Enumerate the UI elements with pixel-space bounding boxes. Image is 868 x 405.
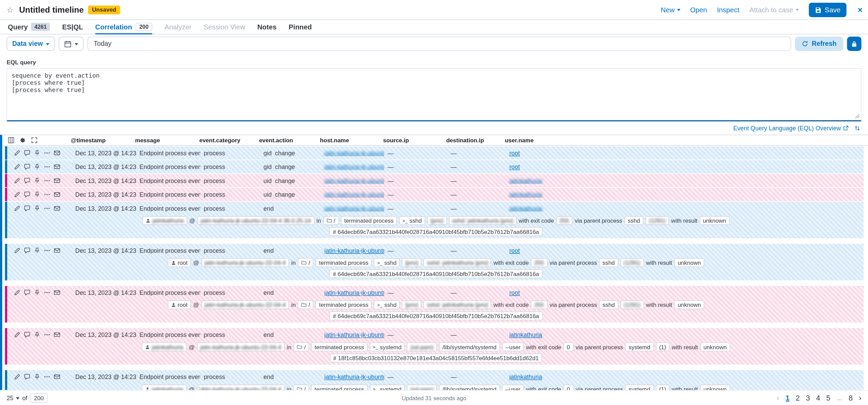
summary-badge[interactable]: jatin-kathuria-jk-ubuntu-22-04-4	[197, 342, 285, 351]
edit-event-icon[interactable]	[13, 149, 21, 157]
summary-badge[interactable]: sshd	[599, 300, 618, 309]
page-button-4[interactable]: 4	[816, 394, 820, 402]
summary-badge[interactable]: (1)	[656, 384, 669, 390]
data-view-button[interactable]: Data view	[6, 37, 55, 51]
pin-event-icon[interactable]	[33, 149, 41, 157]
column-header-source-ip[interactable]: source.ip	[380, 137, 443, 143]
summary-badge[interactable]: jatinkathuria	[142, 342, 187, 351]
summary-badge[interactable]: (sd-pam)	[407, 384, 437, 390]
edit-event-icon[interactable]	[13, 330, 21, 339]
more-actions-icon[interactable]	[43, 204, 51, 212]
add-note-icon[interactable]	[23, 190, 31, 198]
column-header-event-category[interactable]: event.category	[196, 137, 256, 143]
summary-badge[interactable]: sshd	[624, 216, 643, 225]
page-button-last[interactable]: 8	[849, 394, 853, 402]
page-button-1[interactable]: 1	[785, 394, 789, 402]
column-header-user-name[interactable]: user.name	[502, 137, 868, 143]
analyze-event-icon[interactable]	[53, 190, 61, 198]
date-picker-quick-button[interactable]	[59, 37, 84, 51]
summary-badge[interactable]: jatinkathuria	[143, 216, 187, 225]
pin-event-icon[interactable]	[33, 373, 41, 381]
analyze-event-icon[interactable]	[53, 373, 61, 381]
user-name-link[interactable]: root	[509, 247, 520, 254]
analyze-event-icon[interactable]	[53, 288, 61, 297]
user-name-link[interactable]: jatinkathuria	[509, 331, 542, 338]
host-name-link[interactable]: jatin-kathuria-jk-ubuntu-...	[324, 247, 384, 254]
fullscreen-icon[interactable]	[31, 137, 38, 143]
user-name-link[interactable]: jatinkathuria	[509, 374, 542, 380]
hash-badge[interactable]: #18f1c858bc03cb310132e870e181e43a04c5815…	[330, 354, 542, 363]
summary-badge[interactable]: >_sshd	[399, 216, 425, 225]
more-actions-icon[interactable]	[43, 288, 51, 297]
hash-badge[interactable]: #64decb69c7aa63321b440fe028716a40910bf45…	[329, 227, 542, 236]
tab-esql[interactable]: ES|QL	[62, 20, 83, 34]
summary-badge[interactable]: (1291)	[620, 258, 644, 267]
tab-query[interactable]: Query4261	[8, 20, 50, 34]
add-note-icon[interactable]	[23, 149, 31, 157]
summary-badge[interactable]: (1291)	[646, 216, 669, 225]
summary-badge[interactable]: jatinkathuria	[142, 384, 187, 390]
host-name-link[interactable]: jatin-kathuria-jk-ubuntu-...	[324, 191, 384, 198]
summary-badge[interactable]: (1)	[656, 342, 669, 351]
column-header-destination-ip[interactable]: destination.ip	[443, 137, 502, 143]
user-name-link[interactable]: root	[509, 164, 520, 170]
summary-badge[interactable]: >_sshd	[374, 258, 400, 267]
summary-badge[interactable]: /	[298, 258, 313, 267]
summary-badge[interactable]: terminated process	[341, 216, 397, 225]
add-note-icon[interactable]	[23, 246, 31, 254]
analyze-event-icon[interactable]	[53, 177, 61, 185]
column-header-event-action[interactable]: event.action	[256, 137, 316, 143]
tab-correlation[interactable]: Correlation200	[95, 20, 152, 34]
summary-badge[interactable]: >_systemd	[369, 342, 405, 351]
summary-badge[interactable]: unknown	[700, 342, 730, 351]
new-timeline-button[interactable]: New	[661, 6, 680, 14]
host-name-link[interactable]: jatin-kathuria-jk-ubuntu-...	[324, 164, 384, 170]
user-name-link[interactable]: jatinkathuria	[509, 191, 542, 198]
pin-event-icon[interactable]	[33, 246, 41, 254]
analyze-event-icon[interactable]	[53, 246, 61, 254]
summary-badge[interactable]: jatin-kathuria-jk-ubuntu-22-04-4	[197, 384, 285, 390]
tab-pinned[interactable]: Pinned	[289, 20, 312, 34]
summary-badge[interactable]: sshd: jatinkathuria [priv]	[423, 300, 491, 309]
summary-badge[interactable]: 255	[556, 216, 572, 225]
edit-event-icon[interactable]	[13, 162, 21, 171]
summary-badge[interactable]: /	[323, 216, 339, 225]
summary-badge[interactable]: [priv]	[402, 258, 421, 267]
pin-event-icon[interactable]	[33, 330, 41, 339]
date-range-input[interactable]: Today	[88, 37, 791, 51]
favorite-star-icon[interactable]: ☆	[6, 5, 13, 14]
swap-vertical-icon[interactable]	[854, 125, 860, 131]
pin-event-icon[interactable]	[33, 177, 41, 185]
lock-date-picker-button[interactable]	[847, 37, 862, 51]
summary-badge[interactable]: /lib/systemd/systemd	[439, 342, 500, 351]
inspect-button[interactable]: Inspect	[717, 6, 739, 14]
summary-badge[interactable]: /	[298, 300, 313, 309]
tab-notes[interactable]: Notes	[257, 20, 276, 34]
user-name-link[interactable]: root	[509, 149, 520, 156]
resize-handle-icon[interactable]	[855, 114, 860, 119]
summary-badge[interactable]: 255	[531, 300, 547, 309]
hash-badge[interactable]: #64decb69c7aa63321b440fe028716a40910bf45…	[329, 269, 542, 278]
edit-event-icon[interactable]	[13, 373, 21, 381]
eql-query-textarea[interactable]: sequence by event.action [process where …	[6, 68, 861, 121]
host-name-link[interactable]: jatin-kathuria-jk-ubuntu-...	[324, 177, 384, 184]
page-button-2[interactable]: 2	[796, 394, 800, 402]
summary-badge[interactable]: sshd	[599, 258, 618, 267]
summary-badge[interactable]: terminated process	[311, 342, 367, 351]
columns-icon[interactable]	[8, 137, 14, 143]
user-name-link[interactable]: root	[509, 289, 520, 296]
pin-event-icon[interactable]	[33, 204, 41, 212]
summary-badge[interactable]: --user	[502, 342, 524, 351]
summary-badge[interactable]: terminated process	[311, 384, 367, 390]
summary-badge[interactable]: systemd	[625, 384, 654, 390]
more-actions-icon[interactable]	[43, 330, 51, 339]
summary-badge[interactable]: jatin-kathuria-jk-ubuntu-22-04-4 36.0.25…	[198, 216, 314, 225]
eql-overview-link[interactable]: Event Query Language (EQL) Overview	[733, 125, 849, 131]
host-name-link[interactable]: jatin-kathuria-jk-ubuntu-...	[324, 149, 384, 156]
edit-event-icon[interactable]	[13, 288, 21, 297]
summary-badge[interactable]: unknown	[674, 258, 704, 267]
hash-badge[interactable]: #64decb69c7aa63321b440fe028716a40910bf45…	[329, 311, 542, 320]
summary-badge[interactable]: (1291)	[620, 300, 644, 309]
host-name-link[interactable]: jatin-kathuria-jk-ubuntu-...	[324, 331, 384, 338]
analyze-event-icon[interactable]	[53, 204, 61, 212]
